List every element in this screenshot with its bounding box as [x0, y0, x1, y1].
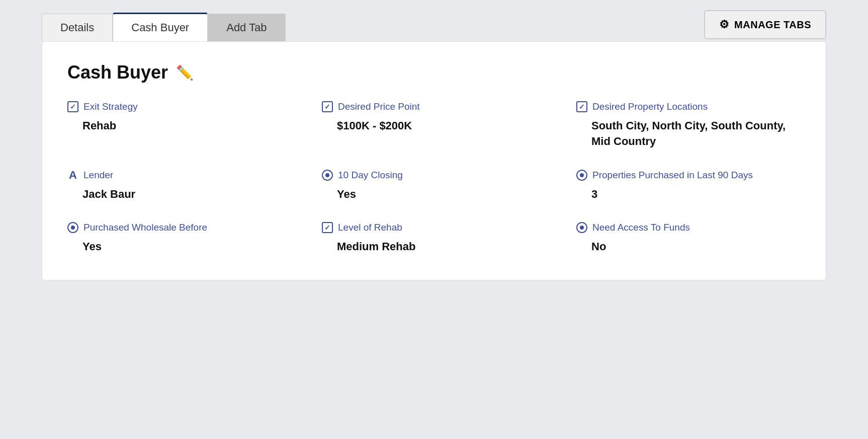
exit-strategy-value: Rehab	[67, 118, 292, 134]
cash-buyer-card: Cash Buyer ✏️ Exit Strategy Rehab Desire…	[42, 41, 826, 280]
radio-icon-10-day-closing	[322, 170, 333, 181]
field-10-day-closing: 10 Day Closing Yes	[322, 170, 546, 202]
edit-icon[interactable]: ✏️	[176, 64, 194, 81]
manage-tabs-label: MANAGE TABS	[734, 19, 811, 31]
purchased-wholesale-before-value: Yes	[67, 239, 292, 255]
field-properties-purchased: Properties Purchased in Last 90 Days 3	[576, 170, 801, 202]
need-access-to-funds-label: Need Access To Funds	[592, 222, 690, 233]
main-container: Details Cash Buyer Add Tab ⚙ MANAGE TABS…	[42, 10, 826, 280]
letter-icon-lender: A	[67, 170, 78, 181]
need-access-to-funds-value: No	[576, 239, 801, 255]
card-title: Cash Buyer	[67, 62, 168, 83]
need-access-to-funds-label-row: Need Access To Funds	[576, 222, 801, 233]
desired-price-point-label-row: Desired Price Point	[322, 101, 546, 112]
tab-add-tab-label: Add Tab	[226, 21, 267, 34]
properties-purchased-label: Properties Purchased in Last 90 Days	[592, 170, 753, 181]
radio-icon-properties-purchased	[576, 170, 587, 181]
field-desired-property-locations: Desired Property Locations South City, N…	[576, 101, 801, 150]
field-level-of-rehab: Level of Rehab Medium Rehab	[322, 222, 546, 255]
desired-price-point-value: $100K - $200K	[322, 118, 546, 134]
level-of-rehab-value: Medium Rehab	[322, 239, 546, 255]
10-day-closing-label: 10 Day Closing	[338, 170, 403, 181]
tab-add-tab[interactable]: Add Tab	[208, 14, 285, 41]
field-purchased-wholesale-before: Purchased Wholesale Before Yes	[67, 222, 292, 255]
field-exit-strategy: Exit Strategy Rehab	[67, 101, 292, 150]
exit-strategy-label: Exit Strategy	[83, 101, 138, 112]
tab-cash-buyer-label: Cash Buyer	[131, 21, 189, 34]
desired-price-point-label: Desired Price Point	[338, 101, 420, 112]
checkbox-icon-desired-property-locations	[576, 101, 587, 112]
properties-purchased-value: 3	[576, 187, 801, 202]
fields-grid: Exit Strategy Rehab Desired Price Point …	[67, 101, 801, 255]
properties-purchased-label-row: Properties Purchased in Last 90 Days	[576, 170, 801, 181]
card-title-area: Cash Buyer ✏️	[67, 62, 801, 83]
field-need-access-to-funds: Need Access To Funds No	[576, 222, 801, 255]
gear-icon: ⚙	[719, 18, 730, 31]
purchased-wholesale-before-label-row: Purchased Wholesale Before	[67, 222, 292, 233]
radio-icon-purchased-wholesale-before	[67, 222, 78, 233]
manage-tabs-button[interactable]: ⚙ MANAGE TABS	[704, 10, 826, 39]
checkbox-icon-level-of-rehab	[322, 222, 333, 233]
10-day-closing-value: Yes	[322, 187, 546, 202]
tab-cash-buyer[interactable]: Cash Buyer	[113, 13, 208, 41]
checkbox-icon-exit-strategy	[67, 101, 78, 112]
checkbox-icon-desired-price-point	[322, 101, 333, 112]
lender-label-row: A Lender	[67, 170, 292, 181]
desired-property-locations-value: South City, North City, South County, Mi…	[576, 118, 801, 150]
lender-label: Lender	[83, 170, 113, 181]
tab-details-label: Details	[60, 21, 94, 34]
level-of-rehab-label: Level of Rehab	[338, 222, 402, 233]
level-of-rehab-label-row: Level of Rehab	[322, 222, 546, 233]
tab-bar: Details Cash Buyer Add Tab ⚙ MANAGE TABS	[42, 10, 826, 41]
field-desired-price-point: Desired Price Point $100K - $200K	[322, 101, 546, 150]
tabs: Details Cash Buyer Add Tab	[42, 13, 286, 41]
exit-strategy-label-row: Exit Strategy	[67, 101, 292, 112]
desired-property-locations-label-row: Desired Property Locations	[576, 101, 801, 112]
purchased-wholesale-before-label: Purchased Wholesale Before	[83, 222, 207, 233]
10-day-closing-label-row: 10 Day Closing	[322, 170, 546, 181]
tab-details[interactable]: Details	[42, 14, 113, 41]
desired-property-locations-label: Desired Property Locations	[592, 101, 708, 112]
field-lender: A Lender Jack Baur	[67, 170, 292, 202]
radio-icon-need-access-to-funds	[576, 222, 587, 233]
lender-value: Jack Baur	[67, 187, 292, 202]
